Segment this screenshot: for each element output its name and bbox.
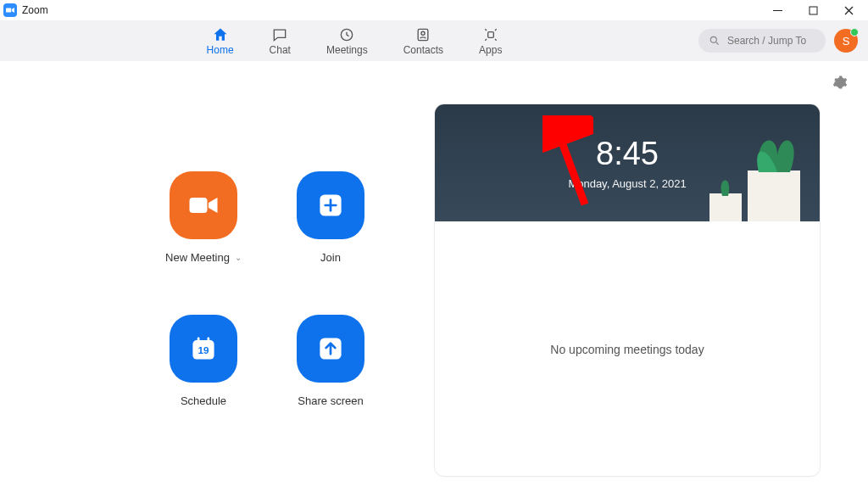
avatar-initial: S — [843, 35, 850, 48]
svg-rect-8 — [487, 31, 493, 37]
svg-rect-2 — [810, 7, 817, 14]
svg-rect-19 — [748, 171, 800, 221]
tab-apps[interactable]: Apps — [479, 26, 502, 56]
svg-rect-16 — [198, 338, 200, 343]
new-meeting-tile — [170, 171, 237, 239]
nav-tabs: Home Chat Meetings Contacts Apps — [10, 26, 698, 56]
close-button[interactable] — [841, 3, 856, 18]
clock-time: 8:45 — [596, 136, 659, 172]
card-header: 8:45 Monday, August 2, 2021 — [435, 104, 820, 221]
action-label: Share screen — [298, 394, 363, 407]
empty-message: No upcoming meetings today — [550, 343, 704, 356]
tab-label: Apps — [479, 44, 502, 56]
avatar[interactable]: S — [834, 29, 858, 53]
top-nav: Home Chat Meetings Contacts Apps — [0, 20, 868, 61]
tab-label: Chat — [270, 44, 291, 56]
svg-rect-0 — [6, 8, 11, 13]
tab-label: Contacts — [403, 44, 443, 56]
svg-point-7 — [421, 31, 425, 35]
home-icon — [212, 26, 229, 43]
zoom-app-icon — [3, 3, 17, 17]
svg-line-10 — [716, 42, 719, 45]
app-title: Zoom — [22, 4, 48, 16]
tab-contacts[interactable]: Contacts — [403, 26, 443, 56]
tab-label: Meetings — [326, 44, 368, 56]
contacts-icon — [415, 26, 431, 43]
arrow-up-icon — [315, 333, 346, 364]
action-label: Schedule — [181, 394, 226, 407]
gear-icon — [832, 75, 848, 90]
minimize-button[interactable] — [770, 3, 785, 18]
apps-icon — [482, 26, 499, 43]
svg-rect-20 — [709, 193, 742, 221]
nav-right: Search / Jump To S — [698, 29, 858, 53]
new-meeting-button[interactable]: New Meeting ⌄ — [153, 171, 254, 264]
plus-icon — [315, 190, 346, 221]
action-label: Join — [320, 251, 341, 264]
clock-date: Monday, August 2, 2021 — [568, 177, 686, 190]
schedule-button[interactable]: 19 Schedule — [153, 315, 254, 407]
action-label: New Meeting ⌄ — [165, 251, 242, 264]
schedule-tile: 19 — [170, 315, 237, 383]
chevron-down-icon[interactable]: ⌄ — [235, 253, 242, 262]
upcoming-card: 8:45 Monday, August 2, 2021 No upcoming … — [434, 103, 821, 477]
svg-rect-11 — [190, 198, 208, 213]
content-area: New Meeting ⌄ Join 19 Schedule — [0, 61, 868, 492]
chat-icon — [271, 26, 288, 43]
svg-rect-17 — [208, 338, 210, 343]
titlebar-left: Zoom — [3, 3, 770, 17]
join-button[interactable]: Join — [280, 171, 381, 264]
search-input[interactable]: Search / Jump To — [698, 29, 826, 53]
tab-home[interactable]: Home — [207, 26, 234, 56]
svg-point-9 — [710, 36, 716, 42]
plant-illustration — [650, 104, 820, 221]
quick-actions: New Meeting ⌄ Join 19 Schedule — [153, 171, 381, 407]
tab-meetings[interactable]: Meetings — [326, 26, 368, 56]
settings-button[interactable] — [832, 75, 848, 93]
card-body: No upcoming meetings today — [435, 221, 820, 477]
calendar-day-text: 19 — [198, 344, 209, 355]
share-tile — [297, 315, 364, 383]
tab-label: Home — [207, 44, 234, 56]
calendar-icon: 19 — [188, 333, 219, 364]
join-tile — [297, 171, 364, 239]
window-titlebar: Zoom — [0, 0, 868, 20]
clock-icon — [338, 26, 355, 43]
search-icon — [709, 35, 721, 47]
share-screen-button[interactable]: Share screen — [280, 315, 381, 407]
maximize-button[interactable] — [805, 3, 821, 18]
tab-chat[interactable]: Chat — [270, 26, 291, 56]
search-placeholder: Search / Jump To — [727, 35, 806, 47]
window-controls — [770, 3, 865, 18]
video-icon — [188, 190, 219, 221]
